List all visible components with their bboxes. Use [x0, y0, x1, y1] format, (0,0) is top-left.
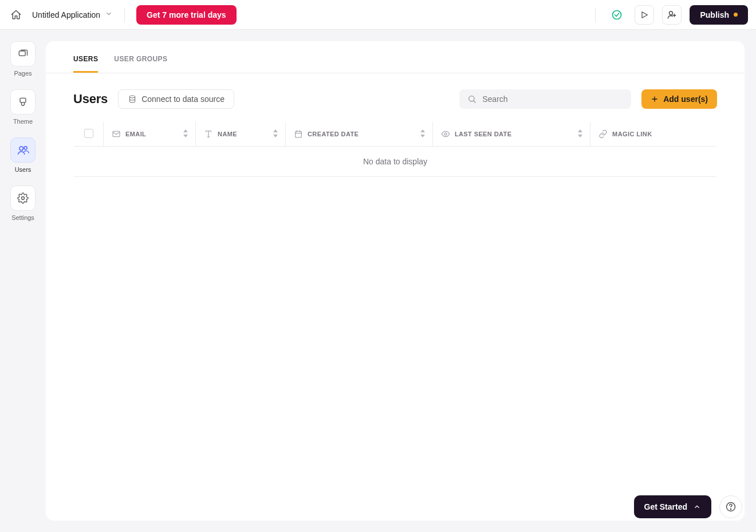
- svg-marker-16: [183, 129, 188, 132]
- home-icon: [10, 9, 22, 21]
- column-label: CREATED DATE: [308, 131, 359, 137]
- column-header-magic-link[interactable]: MAGIC LINK: [590, 122, 717, 147]
- sidebar: Pages Theme Users Settings: [0, 30, 46, 532]
- help-button[interactable]: [719, 495, 742, 518]
- users-table: EMAIL NAME: [73, 121, 717, 198]
- svg-rect-15: [113, 131, 120, 136]
- home-button[interactable]: [8, 7, 24, 23]
- divider: [124, 7, 125, 22]
- empty-text: No data to display: [74, 147, 717, 177]
- svg-rect-22: [296, 131, 302, 137]
- gear-icon: [17, 192, 29, 204]
- svg-marker-26: [420, 129, 425, 132]
- svg-point-9: [22, 197, 25, 200]
- text-icon: [204, 129, 213, 139]
- publish-label: Publish: [700, 10, 729, 19]
- svg-rect-5: [19, 51, 25, 56]
- eye-icon: [441, 129, 450, 139]
- main-panel: USERS USER GROUPS Users Connect to data …: [46, 41, 745, 521]
- add-users-button[interactable]: Add user(s): [641, 89, 717, 109]
- column-header-last-seen-date[interactable]: LAST SEEN DATE: [432, 122, 590, 147]
- status-dot-icon: [734, 13, 738, 17]
- user-plus-icon: [667, 10, 677, 20]
- divider: [595, 7, 596, 22]
- app-title: Untitled Application: [32, 10, 100, 19]
- column-label: EMAIL: [125, 131, 146, 137]
- preview-button[interactable]: [635, 5, 654, 25]
- trial-button[interactable]: Get 7 more trial days: [136, 5, 237, 25]
- calendar-icon: [294, 129, 303, 139]
- tab-user-groups[interactable]: USER GROUPS: [114, 55, 167, 73]
- get-started-label: Get Started: [644, 502, 687, 511]
- help-icon: [725, 501, 737, 513]
- search-icon: [467, 94, 477, 104]
- topbar: Untitled Application Get 7 more trial da…: [0, 0, 756, 30]
- svg-marker-27: [420, 135, 425, 137]
- column-select-all[interactable]: [74, 122, 104, 147]
- svg-marker-1: [642, 11, 647, 18]
- sort-icon[interactable]: [183, 129, 188, 139]
- search-field[interactable]: [459, 89, 631, 109]
- sidebar-item-pages[interactable]: Pages: [10, 41, 36, 77]
- column-header-name[interactable]: NAME: [196, 122, 286, 147]
- column-label: MAGIC LINK: [612, 131, 652, 137]
- svg-marker-21: [273, 135, 278, 137]
- connect-label: Connect to data source: [141, 94, 225, 104]
- svg-point-7: [19, 147, 23, 150]
- link-icon: [598, 129, 608, 139]
- table-footer-row: [74, 177, 717, 198]
- invite-user-button[interactable]: [662, 5, 682, 25]
- svg-rect-6: [20, 98, 26, 103]
- sidebar-item-label: Pages: [14, 70, 32, 77]
- column-label: NAME: [218, 131, 237, 137]
- page-title: Users: [73, 92, 108, 107]
- svg-point-0: [613, 10, 621, 19]
- pages-icon: [17, 48, 29, 60]
- content-toolbar: Users Connect to data source Add user(s): [46, 73, 745, 109]
- svg-point-32: [730, 509, 731, 510]
- svg-point-10: [129, 96, 135, 98]
- sidebar-item-settings[interactable]: Settings: [10, 186, 36, 221]
- get-started-button[interactable]: Get Started: [634, 495, 711, 518]
- svg-line-12: [474, 101, 475, 103]
- database-icon: [128, 94, 137, 104]
- tab-bar: USERS USER GROUPS: [46, 41, 745, 73]
- sidebar-item-label: Users: [15, 166, 32, 173]
- publish-button[interactable]: Publish: [690, 5, 748, 25]
- svg-point-8: [24, 147, 27, 149]
- theme-icon: [17, 96, 29, 108]
- chevron-up-icon: [693, 503, 701, 511]
- sidebar-item-label: Settings: [11, 214, 34, 221]
- table-empty-row: No data to display: [74, 147, 717, 177]
- column-header-created-date[interactable]: CREATED DATE: [286, 122, 433, 147]
- sort-icon[interactable]: [273, 129, 278, 139]
- search-input[interactable]: [481, 94, 623, 104]
- svg-marker-17: [183, 135, 188, 137]
- svg-marker-29: [578, 129, 582, 132]
- sidebar-item-theme[interactable]: Theme: [10, 89, 36, 125]
- add-label: Add user(s): [663, 94, 708, 104]
- column-header-email[interactable]: EMAIL: [104, 122, 196, 147]
- plus-icon: [651, 95, 659, 103]
- checkbox-icon[interactable]: [84, 129, 93, 138]
- app-title-dropdown[interactable]: Untitled Application: [32, 10, 113, 19]
- play-icon: [640, 10, 649, 19]
- sync-status-button[interactable]: [607, 5, 627, 25]
- sort-icon[interactable]: [420, 129, 426, 139]
- sort-icon[interactable]: [577, 129, 583, 139]
- sidebar-item-users[interactable]: Users: [10, 137, 36, 173]
- tab-users[interactable]: USERS: [73, 55, 98, 73]
- svg-point-28: [444, 133, 447, 135]
- chevron-down-icon: [105, 10, 113, 19]
- svg-marker-30: [578, 135, 582, 137]
- svg-point-2: [670, 11, 673, 15]
- column-label: LAST SEEN DATE: [455, 131, 512, 137]
- sidebar-item-label: Theme: [13, 118, 33, 125]
- svg-marker-20: [273, 129, 278, 132]
- connect-data-source-button[interactable]: Connect to data source: [118, 89, 234, 109]
- floating-actions: Get Started: [634, 495, 742, 518]
- check-circle-icon: [611, 9, 623, 21]
- email-icon: [112, 129, 121, 139]
- users-icon: [17, 144, 29, 156]
